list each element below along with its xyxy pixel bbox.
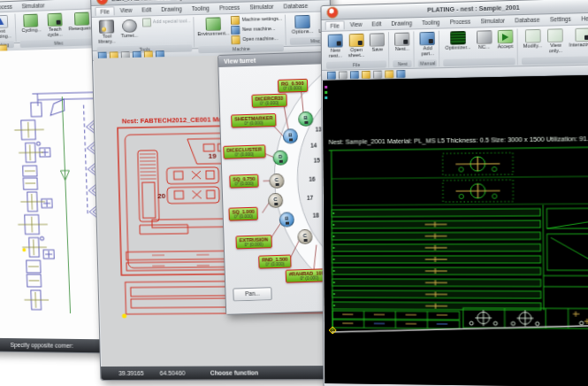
cycling-button[interactable]: Cycling... (19, 12, 43, 35)
left-status-message: Specify opposite corner: (11, 342, 73, 349)
tool-chip-icon (274, 202, 278, 205)
tab-process[interactable]: Process (446, 17, 476, 27)
tool-chip-icon (275, 182, 279, 185)
add-special-tool-button[interactable]: Add special tool... (141, 17, 192, 27)
status-coord-y: 64.50460 (160, 370, 186, 376)
tab-help[interactable]: Help (577, 14, 588, 24)
tab-database[interactable]: Database (279, 2, 312, 12)
tool-chip-icon (288, 138, 292, 141)
machine-settings-button[interactable]: Machine settings... (230, 15, 283, 26)
tab-view[interactable]: View (346, 20, 367, 30)
machine-settings-icon (231, 16, 240, 25)
right-nest-canvas[interactable]: Nest: Sample_2001 Material: PL_MS L5 Thi… (323, 74, 588, 386)
tab-view[interactable]: View (116, 6, 137, 16)
quick-icon[interactable] (339, 71, 347, 79)
tab-drawing[interactable]: Drawing (157, 4, 187, 14)
teach-cycle-label: Teach cycle... (47, 27, 65, 37)
tool-label[interactable]: DICECLUSTER 0° (0.000) (223, 144, 265, 159)
turret-button[interactable]: Turret... (118, 19, 140, 40)
tool-label[interactable]: SHEETMARKER 0° (0.000) (231, 113, 277, 128)
interactive-label: Interactive... (569, 42, 588, 49)
tab-tooling[interactable]: Tooling (187, 4, 215, 13)
tool-library-label: Tool library... (98, 34, 116, 44)
interactive-button[interactable]: Interactive... (567, 27, 588, 49)
environment-button[interactable]: Environment... (198, 16, 229, 38)
app-logo-icon (326, 6, 338, 18)
tab-edit[interactable]: Edit (367, 19, 386, 29)
open-sheet-label: Open sheet... (348, 48, 364, 58)
interactive-icon (575, 27, 588, 42)
open-machine-icon (232, 35, 241, 44)
right-group-tooling: Modify... View only... Interactive... In… (519, 25, 588, 65)
nc-button[interactable]: NC... (475, 29, 494, 51)
tool-chip-icon (304, 120, 308, 123)
nest-label: Nest... (395, 47, 409, 52)
tab-settings[interactable]: Settings (546, 14, 576, 24)
station-letter: B (303, 114, 308, 120)
tool-label[interactable]: RND_1.500 0° (0.000) (258, 254, 292, 269)
left-ribbon: Tools Text marking... Marking Cycling... (0, 9, 102, 45)
tab-process[interactable]: Process (215, 4, 245, 13)
tab-edit[interactable]: Edit (137, 5, 156, 15)
tool-label[interactable]: RG_0.500 0° (0.000) (278, 79, 308, 93)
tool-label[interactable]: SQ_0.750 0° (0.000) (229, 174, 259, 189)
tool-library-button[interactable]: Tool library... (96, 19, 118, 45)
tab-process[interactable]: Process (0, 3, 17, 12)
middle-group-tools: Tool library... Turret... Add special to… (95, 17, 195, 50)
open-sheet-button[interactable]: Open sheet... (347, 33, 367, 59)
new-nest-icon (328, 34, 343, 47)
text-marking-button[interactable]: Text marking... (0, 14, 14, 41)
nest-button[interactable]: Nest... (393, 31, 411, 53)
folder-icon[interactable] (362, 70, 370, 78)
tab-tooling[interactable]: Tooling (417, 18, 445, 27)
options-button[interactable]: Options... (289, 14, 315, 36)
quick-icon[interactable] (327, 71, 336, 79)
right-window-title: PLATING - nest : Sample_2001 (427, 4, 519, 13)
station-letter: B (285, 215, 289, 220)
save-button[interactable]: Save (368, 32, 386, 54)
tab-simulator[interactable]: Simulator (476, 16, 509, 26)
new-machine-button[interactable]: New machine... (231, 25, 284, 35)
tab-file[interactable]: File (325, 20, 345, 30)
nc-label: NC... (478, 45, 490, 50)
add-part-icon (420, 32, 435, 46)
tab-simulator[interactable]: Simulator (245, 3, 279, 12)
tab-file[interactable]: File (95, 6, 114, 16)
tool-label[interactable]: DICERCR33 0° (0.000) (251, 94, 286, 109)
optimizer-icon (450, 31, 466, 45)
station-number: 14 (310, 143, 317, 149)
folder-icon[interactable] (385, 70, 393, 78)
right-group-label-tooling (522, 55, 588, 66)
station-letter: C (275, 176, 279, 181)
station-number: 15 (314, 157, 320, 163)
quick-icon[interactable] (396, 70, 405, 78)
view-only-button[interactable]: View only... (546, 27, 565, 55)
optimizer-button[interactable]: Optimizer... (443, 30, 472, 52)
teach-cycle-button[interactable]: Teach cycle... (44, 12, 65, 39)
tool-detail: 0° (0.000) (233, 181, 256, 187)
add-part-button[interactable]: Add part... (418, 31, 438, 58)
new-nest-button[interactable]: New nest... (326, 33, 345, 59)
tab-drawing[interactable]: Drawing (386, 19, 416, 28)
quick-icon[interactable] (373, 70, 382, 78)
new-nest-label: New nest... (328, 48, 343, 58)
tool-label[interactable]: SQ_1.000 0° (0.000) (228, 207, 258, 221)
tool-label[interactable]: EXTRUSION 0° (0.000) (235, 235, 271, 250)
quick-icon[interactable] (350, 71, 359, 79)
modify-button[interactable]: Modify... (521, 28, 544, 50)
tab-database[interactable]: Database (510, 15, 545, 25)
right-group-nest: Nest... Nest (391, 31, 415, 67)
tool-chip-icon (285, 221, 288, 224)
open-machine-button[interactable]: Open machine... (231, 35, 284, 44)
view-only-label: View only... (548, 43, 564, 54)
options-icon (294, 15, 310, 29)
status-coord-x: 39.39165 (118, 370, 144, 376)
nc-icon (477, 30, 493, 44)
tab-simulator[interactable]: Simulator (18, 1, 50, 10)
pan-button[interactable]: Pan... (233, 287, 271, 301)
accept-button[interactable]: Accept (495, 29, 515, 51)
add-special-tool-label: Add special tool... (153, 19, 191, 25)
right-group-file: New nest... Open sheet... Save File (325, 32, 390, 69)
dialog-title: View turret (224, 58, 256, 65)
station-number: 18 (313, 212, 319, 218)
